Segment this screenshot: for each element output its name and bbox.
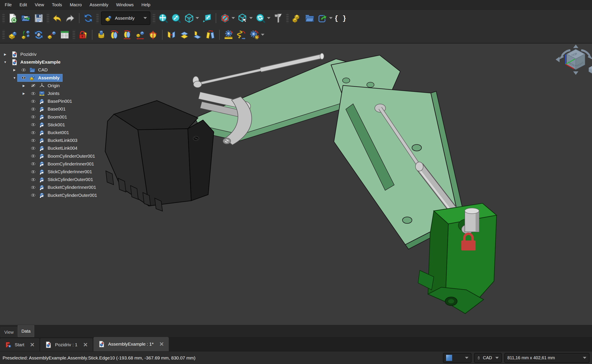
- mdi-tab-start[interactable]: Start✕: [0, 338, 39, 351]
- joint-rack-pinion-button[interactable]: [222, 29, 235, 41]
- expand-arrow-icon[interactable]: ▶: [21, 90, 26, 97]
- dropdown-arrow-icon[interactable]: [267, 17, 270, 19]
- tree-item-content[interactable]: BucketLink004: [27, 144, 80, 152]
- workbench-selector[interactable]: Assembly: [101, 12, 150, 25]
- eye-icon[interactable]: [30, 185, 36, 190]
- mdi-tab-assemblyexample-1-[interactable]: AssemblyExample : 1*✕: [93, 337, 169, 351]
- eye-icon[interactable]: [30, 138, 36, 143]
- menu-windows[interactable]: Windows: [112, 0, 138, 10]
- create-part-button[interactable]: [290, 12, 303, 24]
- joint-revolute-button[interactable]: [108, 29, 120, 41]
- eye-icon[interactable]: [30, 177, 36, 182]
- menu-tools[interactable]: Tools: [48, 0, 66, 10]
- eye-off-icon[interactable]: [30, 83, 36, 88]
- tree-item-content[interactable]: Pozidriv: [8, 50, 39, 58]
- expression-editor-button[interactable]: [334, 12, 347, 24]
- tree-item-Bucket001[interactable]: Bucket001: [0, 129, 121, 136]
- tree-item-StickCylinderInner001[interactable]: StickCylinderInner001: [0, 168, 121, 176]
- dropdown-arrow-icon[interactable]: [249, 17, 253, 19]
- close-tab-icon[interactable]: ✕: [83, 342, 88, 348]
- eye-icon[interactable]: [30, 146, 36, 150]
- navigation-cube[interactable]: TOP FRONT RIGHT: [556, 45, 592, 75]
- eye-icon[interactable]: [30, 115, 36, 119]
- tree-item-BucketCylinderInner001[interactable]: BucketCylinderInner001: [0, 183, 121, 191]
- tree-item-content[interactable]: Bucket001: [27, 129, 72, 136]
- tree-item-content[interactable]: Base001: [27, 105, 69, 113]
- open-document-button[interactable]: [20, 12, 32, 24]
- undo-button[interactable]: [51, 12, 63, 24]
- menu-view[interactable]: View: [31, 0, 48, 10]
- joint-angle-button[interactable]: [204, 29, 217, 41]
- tree-item-content[interactable]: Origin: [27, 82, 63, 90]
- panel-tab-data[interactable]: Data: [18, 325, 34, 337]
- redo-button[interactable]: [64, 12, 76, 24]
- tree-item-BucketCylinderOuter001[interactable]: BucketCylinderOuter001: [0, 191, 121, 199]
- menu-edit[interactable]: Edit: [16, 0, 31, 10]
- tree-item-Base001[interactable]: Base001: [0, 105, 121, 113]
- joint-fixed-button[interactable]: [95, 29, 108, 41]
- panel-tab-view[interactable]: View: [1, 327, 17, 337]
- close-tab-icon[interactable]: ✕: [159, 341, 164, 348]
- dropdown-arrow-icon[interactable]: [261, 34, 264, 36]
- tree-item-content[interactable]: Boom001: [27, 113, 70, 121]
- bill-of-materials-button[interactable]: [59, 29, 71, 41]
- insert-component-button[interactable]: [20, 29, 32, 41]
- eye-icon[interactable]: [30, 193, 36, 197]
- tree-item-BasePin001[interactable]: BasePin001: [0, 97, 121, 105]
- joint-gears-button[interactable]: [248, 29, 265, 41]
- dropdown-arrow-icon[interactable]: [231, 17, 235, 19]
- view-sync-zoom-button[interactable]: [254, 12, 271, 24]
- exploded-view-button[interactable]: [46, 29, 58, 41]
- toolbar-drag-handle[interactable]: [2, 13, 5, 23]
- make-link-button[interactable]: [316, 12, 334, 24]
- joint-ball-button[interactable]: [147, 29, 159, 41]
- eye-icon[interactable]: [30, 169, 36, 174]
- fit-selection-button[interactable]: [170, 12, 182, 24]
- excavator-model[interactable]: [105, 53, 497, 314]
- tree-item-content[interactable]: Assembly: [17, 74, 63, 82]
- tree-item-Stick001[interactable]: Stick001: [0, 121, 121, 129]
- create-assembly-button[interactable]: [7, 29, 19, 41]
- eye-icon[interactable]: [30, 162, 36, 166]
- collapse-arrow-icon[interactable]: ▼: [12, 74, 17, 82]
- tree-item-BucketLink003[interactable]: BucketLink003: [0, 136, 121, 144]
- joint-parallel-button[interactable]: [178, 29, 191, 41]
- joint-distance-button[interactable]: [165, 29, 178, 41]
- eye-icon[interactable]: [30, 107, 36, 111]
- expand-arrow-icon[interactable]: ▶: [21, 82, 26, 90]
- eye-icon[interactable]: [30, 154, 36, 158]
- eye-icon[interactable]: [30, 99, 36, 104]
- expand-arrow-icon[interactable]: ▶: [12, 66, 17, 74]
- tree-item-content[interactable]: BucketCylinderOuter001: [27, 191, 100, 199]
- dropdown-arrow-icon[interactable]: [196, 17, 199, 19]
- tree-item-content[interactable]: BucketCylinderInner001: [27, 183, 99, 191]
- tree-item-BoomCylinderInner001[interactable]: BoomCylinderInner001: [0, 160, 121, 168]
- draw-style-button[interactable]: [237, 12, 254, 24]
- navigation-style-selector[interactable]: CAD: [474, 353, 502, 363]
- joint-perpendicular-button[interactable]: [191, 29, 204, 41]
- tree-item-content[interactable]: Stick001: [27, 121, 68, 129]
- solve-assembly-button[interactable]: [33, 29, 45, 41]
- tree-item-content[interactable]: StickCylinderOuter001: [27, 176, 96, 183]
- close-tab-icon[interactable]: ✕: [30, 342, 35, 348]
- create-group-button[interactable]: [303, 12, 316, 24]
- toolbar-drag-handle[interactable]: [47, 13, 49, 23]
- tree-item-content[interactable]: BucketLink003: [27, 136, 80, 144]
- save-document-button[interactable]: [33, 12, 45, 24]
- toolbar-drag-handle[interactable]: [153, 13, 155, 23]
- dropdown-arrow-icon[interactable]: [329, 17, 333, 19]
- toolbar-drag-handle[interactable]: [96, 13, 99, 23]
- tree-item-content[interactable]: BoomCylinderOuter001: [27, 152, 98, 160]
- tree-item-content[interactable]: StickCylinderInner001: [27, 168, 95, 176]
- fit-all-button[interactable]: [157, 12, 169, 24]
- tree-item-CAD[interactable]: ▶CAD: [0, 66, 121, 74]
- tree-item-AssemblyExample[interactable]: ▼AssemblyExample: [0, 58, 121, 66]
- tree-item-BucketLink004[interactable]: BucketLink004: [0, 144, 121, 152]
- collapse-arrow-icon[interactable]: ▼: [3, 58, 8, 66]
- eye-icon[interactable]: [30, 91, 36, 96]
- dropdown-arrow-icon[interactable]: [144, 17, 147, 19]
- tree-item-content[interactable]: CAD: [17, 66, 51, 74]
- toolbar-drag-handle[interactable]: [2, 30, 5, 40]
- tree-item-Joints[interactable]: ▶Joints: [0, 90, 121, 97]
- measure-button[interactable]: [272, 12, 284, 24]
